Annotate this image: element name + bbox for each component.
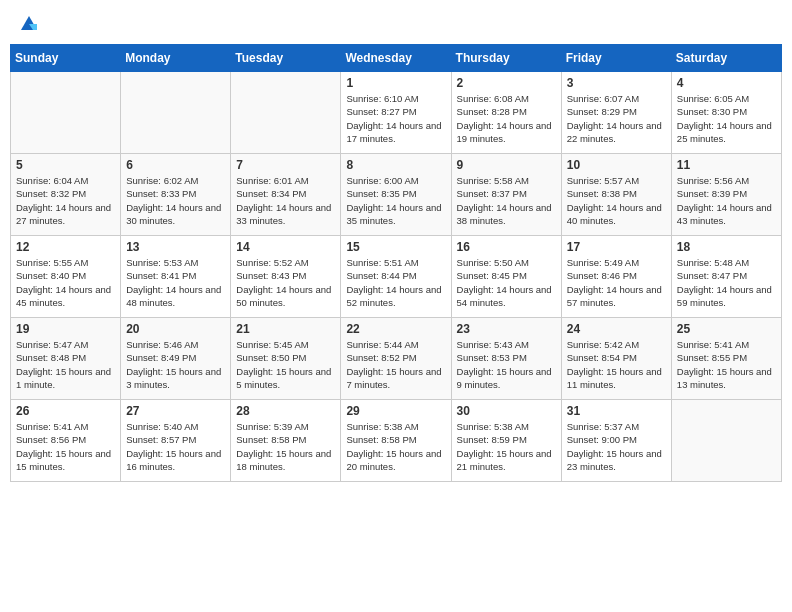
day-number: 10 [567,158,666,172]
day-info: Sunrise: 5:58 AMSunset: 8:37 PMDaylight:… [457,174,556,227]
day-number: 21 [236,322,335,336]
calendar-cell: 28Sunrise: 5:39 AMSunset: 8:58 PMDayligh… [231,400,341,482]
calendar-cell [671,400,781,482]
column-header-tuesday: Tuesday [231,45,341,72]
week-row-5: 26Sunrise: 5:41 AMSunset: 8:56 PMDayligh… [11,400,782,482]
calendar-cell: 8Sunrise: 6:00 AMSunset: 8:35 PMDaylight… [341,154,451,236]
week-row-4: 19Sunrise: 5:47 AMSunset: 8:48 PMDayligh… [11,318,782,400]
day-info: Sunrise: 5:37 AMSunset: 9:00 PMDaylight:… [567,420,666,473]
day-number: 17 [567,240,666,254]
day-number: 3 [567,76,666,90]
calendar-cell: 15Sunrise: 5:51 AMSunset: 8:44 PMDayligh… [341,236,451,318]
day-number: 15 [346,240,445,254]
day-number: 5 [16,158,115,172]
day-number: 31 [567,404,666,418]
day-number: 19 [16,322,115,336]
day-info: Sunrise: 5:47 AMSunset: 8:48 PMDaylight:… [16,338,115,391]
calendar-cell [11,72,121,154]
calendar-cell [231,72,341,154]
day-info: Sunrise: 6:05 AMSunset: 8:30 PMDaylight:… [677,92,776,145]
day-number: 2 [457,76,556,90]
calendar-cell: 1Sunrise: 6:10 AMSunset: 8:27 PMDaylight… [341,72,451,154]
logo [18,14,40,32]
day-number: 27 [126,404,225,418]
day-info: Sunrise: 5:46 AMSunset: 8:49 PMDaylight:… [126,338,225,391]
week-row-3: 12Sunrise: 5:55 AMSunset: 8:40 PMDayligh… [11,236,782,318]
day-info: Sunrise: 5:40 AMSunset: 8:57 PMDaylight:… [126,420,225,473]
calendar-cell: 7Sunrise: 6:01 AMSunset: 8:34 PMDaylight… [231,154,341,236]
header-row: SundayMondayTuesdayWednesdayThursdayFrid… [11,45,782,72]
day-number: 8 [346,158,445,172]
day-info: Sunrise: 6:01 AMSunset: 8:34 PMDaylight:… [236,174,335,227]
column-header-saturday: Saturday [671,45,781,72]
column-header-sunday: Sunday [11,45,121,72]
day-info: Sunrise: 5:42 AMSunset: 8:54 PMDaylight:… [567,338,666,391]
day-info: Sunrise: 5:49 AMSunset: 8:46 PMDaylight:… [567,256,666,309]
day-number: 12 [16,240,115,254]
day-number: 30 [457,404,556,418]
day-info: Sunrise: 5:45 AMSunset: 8:50 PMDaylight:… [236,338,335,391]
calendar-cell: 14Sunrise: 5:52 AMSunset: 8:43 PMDayligh… [231,236,341,318]
day-info: Sunrise: 5:41 AMSunset: 8:55 PMDaylight:… [677,338,776,391]
day-number: 28 [236,404,335,418]
calendar-cell: 27Sunrise: 5:40 AMSunset: 8:57 PMDayligh… [121,400,231,482]
week-row-1: 1Sunrise: 6:10 AMSunset: 8:27 PMDaylight… [11,72,782,154]
day-number: 1 [346,76,445,90]
calendar-cell: 26Sunrise: 5:41 AMSunset: 8:56 PMDayligh… [11,400,121,482]
column-header-thursday: Thursday [451,45,561,72]
day-number: 9 [457,158,556,172]
column-header-wednesday: Wednesday [341,45,451,72]
calendar-cell: 6Sunrise: 6:02 AMSunset: 8:33 PMDaylight… [121,154,231,236]
calendar-cell: 21Sunrise: 5:45 AMSunset: 8:50 PMDayligh… [231,318,341,400]
calendar-cell: 3Sunrise: 6:07 AMSunset: 8:29 PMDaylight… [561,72,671,154]
calendar-cell: 17Sunrise: 5:49 AMSunset: 8:46 PMDayligh… [561,236,671,318]
day-number: 26 [16,404,115,418]
calendar-cell: 5Sunrise: 6:04 AMSunset: 8:32 PMDaylight… [11,154,121,236]
day-number: 29 [346,404,445,418]
day-info: Sunrise: 6:02 AMSunset: 8:33 PMDaylight:… [126,174,225,227]
calendar-cell: 4Sunrise: 6:05 AMSunset: 8:30 PMDaylight… [671,72,781,154]
calendar-cell: 29Sunrise: 5:38 AMSunset: 8:58 PMDayligh… [341,400,451,482]
day-info: Sunrise: 5:39 AMSunset: 8:58 PMDaylight:… [236,420,335,473]
calendar-cell: 20Sunrise: 5:46 AMSunset: 8:49 PMDayligh… [121,318,231,400]
week-row-2: 5Sunrise: 6:04 AMSunset: 8:32 PMDaylight… [11,154,782,236]
day-number: 23 [457,322,556,336]
day-info: Sunrise: 5:44 AMSunset: 8:52 PMDaylight:… [346,338,445,391]
day-info: Sunrise: 5:57 AMSunset: 8:38 PMDaylight:… [567,174,666,227]
day-info: Sunrise: 5:48 AMSunset: 8:47 PMDaylight:… [677,256,776,309]
page-header [10,10,782,36]
calendar-cell: 31Sunrise: 5:37 AMSunset: 9:00 PMDayligh… [561,400,671,482]
day-info: Sunrise: 5:38 AMSunset: 8:59 PMDaylight:… [457,420,556,473]
calendar-cell: 22Sunrise: 5:44 AMSunset: 8:52 PMDayligh… [341,318,451,400]
day-number: 7 [236,158,335,172]
day-info: Sunrise: 5:38 AMSunset: 8:58 PMDaylight:… [346,420,445,473]
day-info: Sunrise: 5:50 AMSunset: 8:45 PMDaylight:… [457,256,556,309]
calendar-cell: 25Sunrise: 5:41 AMSunset: 8:55 PMDayligh… [671,318,781,400]
calendar-cell: 23Sunrise: 5:43 AMSunset: 8:53 PMDayligh… [451,318,561,400]
day-number: 14 [236,240,335,254]
logo-icon [19,14,39,32]
day-info: Sunrise: 5:51 AMSunset: 8:44 PMDaylight:… [346,256,445,309]
day-info: Sunrise: 6:10 AMSunset: 8:27 PMDaylight:… [346,92,445,145]
column-header-monday: Monday [121,45,231,72]
calendar-cell: 12Sunrise: 5:55 AMSunset: 8:40 PMDayligh… [11,236,121,318]
day-number: 22 [346,322,445,336]
day-number: 4 [677,76,776,90]
day-number: 18 [677,240,776,254]
day-info: Sunrise: 6:04 AMSunset: 8:32 PMDaylight:… [16,174,115,227]
calendar-cell: 13Sunrise: 5:53 AMSunset: 8:41 PMDayligh… [121,236,231,318]
day-info: Sunrise: 5:56 AMSunset: 8:39 PMDaylight:… [677,174,776,227]
calendar-cell: 9Sunrise: 5:58 AMSunset: 8:37 PMDaylight… [451,154,561,236]
day-number: 24 [567,322,666,336]
day-number: 11 [677,158,776,172]
calendar-cell: 24Sunrise: 5:42 AMSunset: 8:54 PMDayligh… [561,318,671,400]
day-number: 20 [126,322,225,336]
day-info: Sunrise: 5:52 AMSunset: 8:43 PMDaylight:… [236,256,335,309]
calendar-cell: 19Sunrise: 5:47 AMSunset: 8:48 PMDayligh… [11,318,121,400]
day-info: Sunrise: 6:00 AMSunset: 8:35 PMDaylight:… [346,174,445,227]
column-header-friday: Friday [561,45,671,72]
day-number: 25 [677,322,776,336]
day-info: Sunrise: 5:43 AMSunset: 8:53 PMDaylight:… [457,338,556,391]
calendar-cell: 11Sunrise: 5:56 AMSunset: 8:39 PMDayligh… [671,154,781,236]
calendar-cell: 10Sunrise: 5:57 AMSunset: 8:38 PMDayligh… [561,154,671,236]
